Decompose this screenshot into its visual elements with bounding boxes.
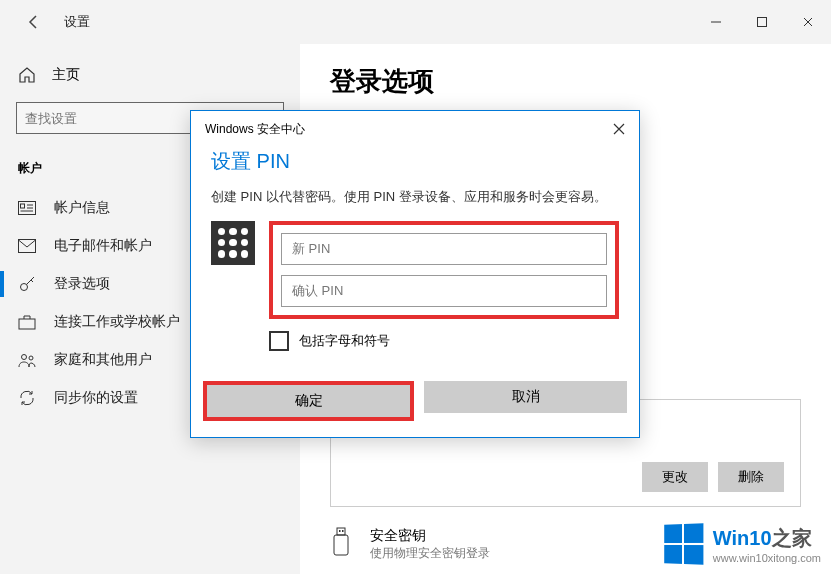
sidebar-item-label: 登录选项 bbox=[54, 275, 110, 293]
pin-setup-dialog: Windows 安全中心 设置 PIN 创建 PIN 以代替密码。使用 PIN … bbox=[190, 110, 640, 438]
dialog-header-title: Windows 安全中心 bbox=[205, 121, 305, 138]
confirm-pin-input[interactable] bbox=[281, 275, 607, 307]
key-icon bbox=[18, 275, 36, 293]
delete-button[interactable]: 删除 bbox=[718, 462, 784, 492]
window-controls bbox=[693, 6, 831, 38]
home-icon bbox=[18, 66, 36, 84]
back-button[interactable] bbox=[16, 4, 52, 40]
window-title: 设置 bbox=[64, 13, 90, 31]
svg-point-10 bbox=[21, 284, 28, 291]
sidebar-item-label: 连接工作或学校帐户 bbox=[54, 313, 180, 331]
pin-inputs-highlight bbox=[269, 221, 619, 319]
titlebar: 设置 bbox=[0, 0, 831, 44]
ok-button-highlight: 确定 bbox=[203, 381, 414, 421]
svg-line-11 bbox=[27, 277, 35, 285]
checkbox-icon[interactable] bbox=[269, 331, 289, 351]
pinpad-icon bbox=[211, 221, 255, 265]
sidebar-home-label: 主页 bbox=[52, 66, 80, 84]
page-title: 登录选项 bbox=[330, 64, 801, 99]
include-letters-checkbox-row[interactable]: 包括字母和符号 bbox=[269, 331, 619, 351]
svg-point-14 bbox=[22, 355, 27, 360]
windows-logo-icon bbox=[664, 523, 703, 565]
sidebar-item-label: 家庭和其他用户 bbox=[54, 351, 152, 369]
change-button[interactable]: 更改 bbox=[642, 462, 708, 492]
usb-key-icon bbox=[330, 527, 352, 560]
checkbox-label: 包括字母和符号 bbox=[299, 332, 390, 350]
close-button[interactable] bbox=[785, 6, 831, 38]
svg-point-15 bbox=[29, 356, 33, 360]
watermark: Win10之家 www.win10xitong.com bbox=[663, 524, 821, 564]
watermark-brand2: 之家 bbox=[772, 527, 812, 549]
sync-icon bbox=[18, 389, 36, 407]
cancel-button[interactable]: 取消 bbox=[424, 381, 627, 413]
svg-rect-1 bbox=[758, 18, 767, 27]
ok-button[interactable]: 确定 bbox=[207, 385, 410, 417]
watermark-url: www.win10xitong.com bbox=[713, 552, 821, 564]
new-pin-input[interactable] bbox=[281, 233, 607, 265]
dialog-title: 设置 PIN bbox=[211, 148, 619, 175]
sidebar-item-label: 帐户信息 bbox=[54, 199, 110, 217]
briefcase-icon bbox=[18, 313, 36, 331]
svg-rect-9 bbox=[19, 240, 36, 253]
svg-rect-18 bbox=[342, 530, 344, 532]
security-key-title: 安全密钥 bbox=[370, 527, 490, 545]
svg-rect-16 bbox=[337, 528, 345, 535]
svg-rect-19 bbox=[334, 535, 348, 555]
svg-rect-17 bbox=[339, 530, 341, 532]
people-icon bbox=[18, 351, 36, 369]
security-key-sub: 使用物理安全密钥登录 bbox=[370, 545, 490, 562]
watermark-brand1: Win10 bbox=[713, 527, 772, 549]
dialog-description: 创建 PIN 以代替密码。使用 PIN 登录设备、应用和服务时会更容易。 bbox=[211, 187, 619, 207]
sidebar-item-label: 同步你的设置 bbox=[54, 389, 138, 407]
id-card-icon bbox=[18, 199, 36, 217]
svg-line-12 bbox=[31, 280, 33, 282]
minimize-button[interactable] bbox=[693, 6, 739, 38]
dialog-close-button[interactable] bbox=[613, 122, 625, 138]
svg-rect-5 bbox=[21, 204, 25, 208]
mail-icon bbox=[18, 237, 36, 255]
maximize-button[interactable] bbox=[739, 6, 785, 38]
svg-rect-13 bbox=[19, 319, 35, 329]
sidebar-item-label: 电子邮件和帐户 bbox=[54, 237, 152, 255]
sidebar-home[interactable]: 主页 bbox=[0, 58, 300, 92]
